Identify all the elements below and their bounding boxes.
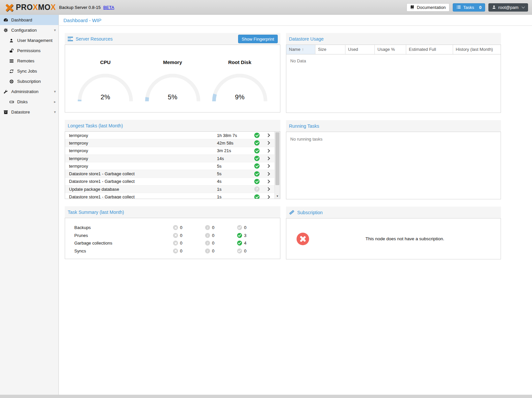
chevron-right-icon[interactable]	[266, 180, 270, 183]
ok-count: 0	[244, 225, 246, 230]
panel-title: Datastore Usage	[289, 36, 324, 42]
task-name: termproxy	[69, 156, 217, 161]
sidebar-item-dashboard[interactable]: Dashboard	[0, 15, 58, 25]
summary-row-label: Syncs	[74, 249, 173, 253]
warning-count: 0	[212, 241, 214, 246]
chevron-right-icon[interactable]	[266, 141, 270, 145]
column-header-size[interactable]: Size	[315, 45, 345, 54]
user-icon	[9, 38, 15, 43]
task-name: Update package database	[69, 187, 217, 192]
error-icon	[173, 249, 178, 253]
task-name: termproxy	[69, 164, 217, 169]
error-icon	[173, 233, 178, 238]
task-duration: 5s	[217, 171, 252, 176]
task-name: Datastore store1 - Garbage collect	[69, 194, 217, 199]
task-row[interactable]: termproxy 1h 38m 7s	[65, 132, 280, 139]
ok-icon	[237, 233, 242, 238]
panel-title: Running Tasks	[289, 123, 319, 129]
scrollbar-thumb[interactable]	[275, 132, 279, 185]
task-row[interactable]: termproxy 42m 58s	[65, 139, 280, 147]
error-count: 0	[180, 233, 182, 238]
task-row[interactable]: Datastore store1 - Garbage collect 5s	[65, 170, 280, 178]
life-ring-icon	[9, 79, 15, 84]
gauge-cpu: CPU 2%	[72, 59, 138, 112]
proxmox-backup-server-app: PROXMOX Backup Server 0.8-15 BETA Docume…	[0, 0, 532, 398]
ticket-icon	[289, 210, 295, 215]
sidebar-item-configuration[interactable]: Configuration ▾	[0, 25, 58, 35]
server-resources-icon	[68, 36, 73, 42]
summary-row-label: Garbage collections	[74, 241, 173, 246]
status-unknown-icon: ?	[254, 186, 260, 192]
status-ok-icon	[254, 194, 260, 199]
tachometer-icon	[3, 17, 9, 23]
gears-icon	[3, 28, 9, 33]
task-row[interactable]: Update package database 1s ?	[65, 185, 280, 193]
sort-ascending-icon: ↑	[302, 47, 304, 52]
error-icon	[173, 241, 178, 246]
horizontal-scrollbar[interactable]	[0, 395, 532, 398]
chevron-right-icon[interactable]	[266, 187, 270, 191]
no-subscription-icon	[297, 233, 309, 245]
chevron-right-icon[interactable]	[266, 156, 270, 160]
hdd-icon	[9, 99, 15, 105]
task-name: termproxy	[69, 133, 217, 138]
error-icon	[173, 225, 178, 230]
dashboard-content: Server Resources Show Fingerprint CPU	[59, 26, 532, 259]
product-title: Backup Server 0.8-15	[59, 5, 101, 10]
sidebar-item-subscription[interactable]: Subscription	[0, 76, 58, 86]
sidebar-item-remotes[interactable]: Remotes	[0, 56, 58, 66]
gauge-label: Root Disk	[207, 59, 273, 65]
task-row[interactable]: termproxy 5s	[65, 162, 280, 170]
proxmox-wordmark: PROXMOX	[16, 3, 56, 12]
scrollbar-down-button[interactable]: ▼	[275, 194, 280, 199]
column-header-name[interactable]: Name↑	[286, 45, 315, 54]
warning-count: 0	[212, 249, 214, 253]
task-duration: 14s	[217, 156, 252, 161]
longest-tasks-panel: Longest Tasks (last Month) termproxy 1h …	[65, 120, 280, 199]
vertical-scrollbar[interactable]: ▼	[274, 132, 280, 199]
task-duration: 5s	[217, 164, 252, 169]
empty-text: No Data	[286, 54, 501, 113]
documentation-button[interactable]: Documentation	[407, 3, 449, 12]
chevron-right-icon[interactable]	[266, 133, 270, 137]
warning-icon: !	[205, 225, 210, 230]
expand-arrow-icon: ▾	[54, 110, 56, 114]
chevron-right-icon[interactable]	[266, 195, 270, 199]
beta-link[interactable]: BETA	[103, 5, 114, 10]
user-menu-button[interactable]: root@pam	[488, 3, 528, 12]
chevron-right-icon[interactable]	[266, 149, 270, 152]
column-header-estimated-full[interactable]: Estimated Full	[406, 45, 453, 54]
column-header-usage-pct[interactable]: Usage %	[375, 45, 406, 54]
proxmox-x-mark-icon	[4, 3, 14, 12]
column-header-history[interactable]: History (last Month)	[453, 45, 501, 54]
column-header-used[interactable]: Used	[345, 45, 375, 54]
chevron-right-icon[interactable]	[266, 164, 270, 168]
panel-title: Subscription	[297, 210, 323, 215]
task-duration: 1h 38m 7s	[217, 133, 252, 138]
show-fingerprint-button[interactable]: Show Fingerprint	[238, 35, 278, 43]
task-name: Datastore store1 - Garbage collect	[69, 171, 217, 176]
user-icon	[492, 5, 496, 10]
ok-count: 3	[244, 233, 246, 238]
sidebar-item-disks[interactable]: Disks ▸	[0, 97, 58, 107]
status-ok-icon	[254, 171, 260, 177]
expand-arrow-icon: ▾	[54, 89, 56, 94]
sidebar-item-administration[interactable]: Administration ▾	[0, 86, 58, 97]
status-ok-icon	[254, 179, 260, 184]
task-row[interactable]: Datastore store1 - Garbage collect 4s	[65, 178, 280, 185]
task-row[interactable]: termproxy 14s	[65, 155, 280, 162]
task-row[interactable]: Datastore store1 - Garbage collect 1s	[65, 193, 280, 199]
status-ok-icon	[254, 156, 260, 161]
tasks-button[interactable]: Tasks 0	[453, 3, 485, 12]
task-row[interactable]: termproxy 3m 21s	[65, 147, 280, 155]
task-summary-panel: Task Summary (last Month) Backups 0 !0 0…	[65, 206, 280, 259]
warning-count: 0	[212, 225, 214, 230]
sidebar-item-permissions[interactable]: Permissions	[0, 46, 58, 56]
sidebar-item-user-management[interactable]: User Management	[0, 35, 58, 46]
page-title: Dashboard - WIP	[59, 15, 532, 26]
chevron-right-icon[interactable]	[266, 172, 270, 176]
error-count: 0	[180, 225, 182, 230]
sidebar-item-datastore[interactable]: Datastore ▾	[0, 107, 58, 117]
task-name: termproxy	[69, 148, 217, 153]
sidebar-item-sync-jobs[interactable]: Sync Jobs	[0, 66, 58, 76]
